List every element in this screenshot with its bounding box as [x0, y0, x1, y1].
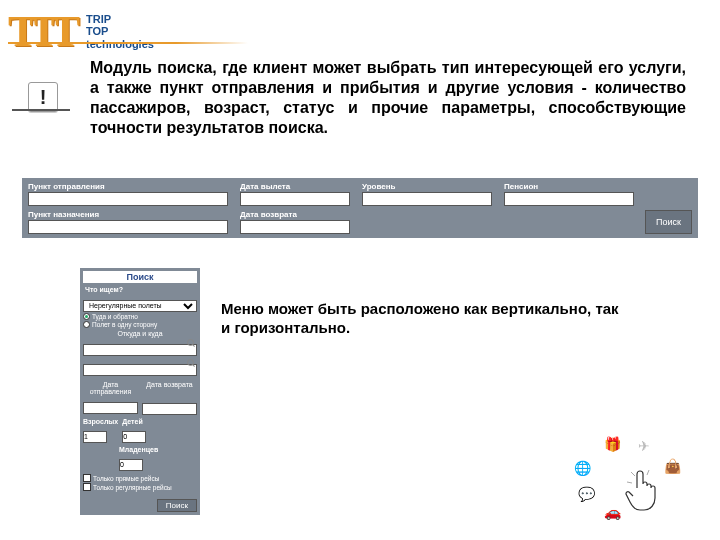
svg-line-0: [631, 472, 635, 476]
v-adults-input[interactable]: [83, 431, 107, 443]
svg-line-1: [647, 470, 649, 475]
out-date-input[interactable]: [240, 192, 350, 206]
car-icon: 🚗: [604, 504, 621, 520]
horizontal-search-button[interactable]: Поиск: [645, 210, 692, 234]
v-children-label: Детей: [122, 418, 146, 425]
v-adults-label: Взрослых: [83, 418, 118, 425]
destination-label: Пункт назначения: [28, 210, 228, 219]
v-title: Поиск: [83, 271, 197, 283]
v-chk2-label: Только регулярные рейсы: [93, 484, 172, 491]
decorative-icon-cluster: 🎁 ✈ 🌐 👜 💬 🚗: [544, 432, 684, 522]
callout-underline: [12, 109, 70, 111]
v-chk-direct[interactable]: Только прямые рейсы: [83, 474, 197, 482]
level-select[interactable]: [362, 192, 492, 206]
v-ret-date-label: Дата возврата: [142, 381, 197, 388]
out-date-label: Дата вылета: [240, 182, 350, 191]
logo: TTT TRIP TOP technologies: [8, 6, 154, 57]
callout-icon: !: [28, 82, 58, 112]
level-label: Уровень: [362, 182, 492, 191]
logo-mark: TTT: [8, 6, 72, 57]
vertical-search-button[interactable]: Поиск: [157, 499, 197, 512]
v-radio1-label: Туда и обратно: [92, 313, 138, 320]
radio-icon: [83, 313, 90, 320]
vertical-search-panel: Поиск Что ищем? Нерегулярные полеты Туда…: [80, 268, 200, 515]
checkbox-icon: [83, 474, 91, 482]
v-chk1-label: Только прямые рейсы: [93, 475, 159, 482]
v-out-date-label: Датаотправления: [83, 381, 138, 395]
logo-underline: [8, 42, 248, 44]
side-description: Меню может быть расположено как вертикал…: [221, 300, 631, 338]
radio-icon: [83, 321, 90, 328]
checkbox-icon: [83, 483, 91, 491]
logo-line2: TOP: [86, 25, 154, 37]
departure-label: Пункт отправления: [28, 182, 228, 191]
chat-icon: 💬: [578, 486, 595, 502]
horizontal-search-panel: Пункт отправления Дата вылета Уровень Пе…: [22, 178, 698, 238]
pension-select[interactable]: [504, 192, 634, 206]
search-icon[interactable]: [187, 339, 196, 348]
globe-icon: 🌐: [574, 460, 591, 476]
v-what-label: Что ищем?: [85, 286, 197, 293]
plane-icon: ✈: [638, 438, 650, 454]
v-infants-label: Младенцев: [119, 446, 158, 453]
v-radio-roundtrip[interactable]: Туда и обратно: [83, 313, 197, 320]
ret-date-label: Дата возврата: [240, 210, 350, 219]
bag-icon: 👜: [664, 458, 681, 474]
pension-label: Пенсион: [504, 182, 634, 191]
v-radio2-label: Полет в одну сторону: [92, 321, 157, 328]
search-icon[interactable]: [187, 359, 196, 368]
v-to-input[interactable]: [83, 364, 197, 376]
ret-date-input[interactable]: [240, 220, 350, 234]
v-radio-oneway[interactable]: Полет в одну сторону: [83, 321, 197, 328]
svg-line-2: [627, 482, 632, 483]
v-from-label: Откуда и куда: [83, 330, 197, 337]
v-from-input[interactable]: [83, 344, 197, 356]
logo-text: TRIP TOP technologies: [86, 13, 154, 49]
v-out-date-input[interactable]: [83, 402, 138, 414]
v-chk-regular[interactable]: Только регулярные рейсы: [83, 483, 197, 491]
gift-icon: 🎁: [604, 436, 621, 452]
cursor-hand-icon: [622, 466, 664, 514]
v-infants-input[interactable]: [119, 459, 143, 471]
logo-line1: TRIP: [86, 13, 154, 25]
v-ret-date-input[interactable]: [142, 403, 197, 415]
main-description: Модуль поиска, где клиент может выбрать …: [90, 58, 686, 138]
destination-input[interactable]: [28, 220, 228, 234]
v-children-input[interactable]: [122, 431, 146, 443]
departure-input[interactable]: [28, 192, 228, 206]
v-type-select[interactable]: Нерегулярные полеты: [83, 300, 197, 312]
